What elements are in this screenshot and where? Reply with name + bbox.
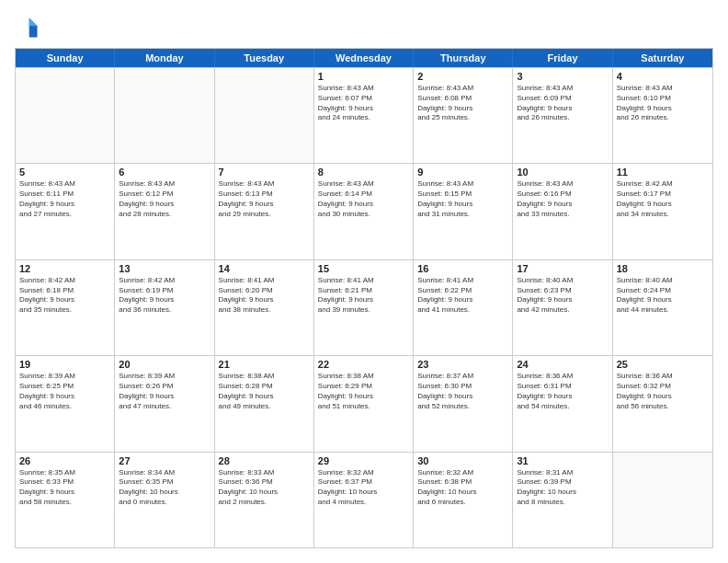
day-cell-6: 6Sunrise: 8:43 AM Sunset: 6:12 PM Daylig…: [115, 164, 214, 259]
logo: [15, 15, 44, 40]
day-info: Sunrise: 8:43 AM Sunset: 6:10 PM Dayligh…: [617, 84, 709, 123]
calendar-body: 1Sunrise: 8:43 AM Sunset: 6:07 PM Daylig…: [16, 67, 712, 547]
day-number: 19: [19, 359, 110, 370]
header-day-wednesday: Wednesday: [314, 49, 414, 67]
day-number: 22: [318, 359, 409, 370]
empty-cell: [215, 68, 314, 163]
day-number: 12: [19, 263, 110, 274]
day-number: 16: [417, 263, 508, 274]
day-number: 2: [417, 71, 508, 82]
day-info: Sunrise: 8:43 AM Sunset: 6:07 PM Dayligh…: [318, 84, 409, 123]
day-number: 26: [19, 455, 110, 466]
day-cell-9: 9Sunrise: 8:43 AM Sunset: 6:15 PM Daylig…: [414, 164, 513, 259]
day-cell-16: 16Sunrise: 8:41 AM Sunset: 6:22 PM Dayli…: [414, 260, 513, 355]
day-info: Sunrise: 8:38 AM Sunset: 6:29 PM Dayligh…: [318, 372, 409, 411]
day-info: Sunrise: 8:41 AM Sunset: 6:22 PM Dayligh…: [417, 276, 508, 316]
calendar: SundayMondayTuesdayWednesdayThursdayFrid…: [15, 48, 713, 548]
day-info: Sunrise: 8:43 AM Sunset: 6:14 PM Dayligh…: [318, 179, 409, 219]
day-number: 8: [318, 167, 409, 178]
day-number: 18: [617, 263, 709, 274]
day-info: Sunrise: 8:31 AM Sunset: 6:39 PM Dayligh…: [517, 468, 608, 508]
day-number: 10: [517, 167, 608, 178]
day-cell-11: 11Sunrise: 8:42 AM Sunset: 6:17 PM Dayli…: [613, 164, 712, 259]
day-number: 23: [417, 359, 508, 370]
day-number: 17: [517, 263, 608, 274]
day-info: Sunrise: 8:43 AM Sunset: 6:15 PM Dayligh…: [417, 179, 508, 219]
day-cell-2: 2Sunrise: 8:43 AM Sunset: 6:08 PM Daylig…: [414, 68, 513, 163]
day-cell-17: 17Sunrise: 8:40 AM Sunset: 6:23 PM Dayli…: [513, 260, 612, 355]
day-cell-31: 31Sunrise: 8:31 AM Sunset: 6:39 PM Dayli…: [513, 453, 612, 547]
day-cell-28: 28Sunrise: 8:33 AM Sunset: 6:36 PM Dayli…: [215, 453, 314, 547]
day-cell-25: 25Sunrise: 8:36 AM Sunset: 6:32 PM Dayli…: [613, 356, 712, 451]
header-day-tuesday: Tuesday: [215, 49, 314, 67]
day-cell-19: 19Sunrise: 8:39 AM Sunset: 6:25 PM Dayli…: [16, 356, 115, 451]
empty-cell: [613, 453, 712, 547]
header-day-monday: Monday: [115, 49, 214, 67]
day-info: Sunrise: 8:40 AM Sunset: 6:24 PM Dayligh…: [617, 276, 709, 316]
day-info: Sunrise: 8:43 AM Sunset: 6:11 PM Dayligh…: [19, 179, 110, 219]
day-number: 4: [617, 71, 709, 82]
svg-marker-1: [29, 18, 38, 27]
day-number: 21: [219, 359, 310, 370]
day-cell-13: 13Sunrise: 8:42 AM Sunset: 6:19 PM Dayli…: [115, 260, 214, 355]
day-info: Sunrise: 8:37 AM Sunset: 6:30 PM Dayligh…: [417, 372, 508, 411]
day-info: Sunrise: 8:36 AM Sunset: 6:32 PM Dayligh…: [617, 372, 709, 411]
day-info: Sunrise: 8:43 AM Sunset: 6:12 PM Dayligh…: [119, 179, 210, 219]
day-info: Sunrise: 8:42 AM Sunset: 6:17 PM Dayligh…: [617, 179, 709, 219]
day-info: Sunrise: 8:32 AM Sunset: 6:38 PM Dayligh…: [417, 468, 508, 508]
day-cell-12: 12Sunrise: 8:42 AM Sunset: 6:18 PM Dayli…: [16, 260, 115, 355]
day-number: 30: [417, 455, 508, 466]
day-number: 24: [517, 359, 608, 370]
calendar-week-4: 26Sunrise: 8:35 AM Sunset: 6:33 PM Dayli…: [16, 452, 712, 547]
day-number: 20: [119, 359, 210, 370]
day-cell-22: 22Sunrise: 8:38 AM Sunset: 6:29 PM Dayli…: [314, 356, 414, 451]
day-info: Sunrise: 8:43 AM Sunset: 6:16 PM Dayligh…: [517, 179, 608, 219]
day-info: Sunrise: 8:43 AM Sunset: 6:13 PM Dayligh…: [219, 179, 310, 219]
empty-cell: [16, 68, 115, 163]
day-number: 6: [119, 167, 210, 178]
day-info: Sunrise: 8:34 AM Sunset: 6:35 PM Dayligh…: [119, 468, 210, 508]
day-cell-21: 21Sunrise: 8:38 AM Sunset: 6:28 PM Dayli…: [215, 356, 314, 451]
day-info: Sunrise: 8:43 AM Sunset: 6:08 PM Dayligh…: [417, 84, 508, 123]
day-cell-7: 7Sunrise: 8:43 AM Sunset: 6:13 PM Daylig…: [215, 164, 314, 259]
header-day-thursday: Thursday: [414, 49, 513, 67]
day-info: Sunrise: 8:42 AM Sunset: 6:19 PM Dayligh…: [119, 276, 210, 316]
day-number: 3: [517, 71, 608, 82]
day-number: 15: [318, 263, 409, 274]
day-cell-8: 8Sunrise: 8:43 AM Sunset: 6:14 PM Daylig…: [314, 164, 414, 259]
calendar-week-2: 12Sunrise: 8:42 AM Sunset: 6:18 PM Dayli…: [16, 259, 712, 355]
day-number: 11: [617, 167, 709, 178]
day-cell-4: 4Sunrise: 8:43 AM Sunset: 6:10 PM Daylig…: [613, 68, 712, 163]
day-number: 13: [119, 263, 210, 274]
day-cell-5: 5Sunrise: 8:43 AM Sunset: 6:11 PM Daylig…: [16, 164, 115, 259]
day-cell-14: 14Sunrise: 8:41 AM Sunset: 6:20 PM Dayli…: [215, 260, 314, 355]
day-info: Sunrise: 8:39 AM Sunset: 6:25 PM Dayligh…: [19, 372, 110, 411]
day-info: Sunrise: 8:33 AM Sunset: 6:36 PM Dayligh…: [219, 468, 310, 508]
header: [15, 15, 713, 40]
day-cell-18: 18Sunrise: 8:40 AM Sunset: 6:24 PM Dayli…: [613, 260, 712, 355]
day-info: Sunrise: 8:41 AM Sunset: 6:20 PM Dayligh…: [219, 276, 310, 316]
day-info: Sunrise: 8:38 AM Sunset: 6:28 PM Dayligh…: [219, 372, 310, 411]
day-cell-30: 30Sunrise: 8:32 AM Sunset: 6:38 PM Dayli…: [414, 453, 513, 547]
day-number: 31: [517, 455, 608, 466]
day-cell-27: 27Sunrise: 8:34 AM Sunset: 6:35 PM Dayli…: [115, 453, 214, 547]
calendar-week-1: 5Sunrise: 8:43 AM Sunset: 6:11 PM Daylig…: [16, 163, 712, 259]
day-number: 1: [318, 71, 409, 82]
day-cell-23: 23Sunrise: 8:37 AM Sunset: 6:30 PM Dayli…: [414, 356, 513, 451]
day-cell-1: 1Sunrise: 8:43 AM Sunset: 6:07 PM Daylig…: [314, 68, 414, 163]
day-cell-10: 10Sunrise: 8:43 AM Sunset: 6:16 PM Dayli…: [513, 164, 612, 259]
day-cell-24: 24Sunrise: 8:36 AM Sunset: 6:31 PM Dayli…: [513, 356, 612, 451]
day-number: 5: [19, 167, 110, 178]
calendar-week-3: 19Sunrise: 8:39 AM Sunset: 6:25 PM Dayli…: [16, 355, 712, 451]
day-number: 14: [219, 263, 310, 274]
page: SundayMondayTuesdayWednesdayThursdayFrid…: [0, 0, 728, 563]
header-day-saturday: Saturday: [613, 49, 712, 67]
day-cell-20: 20Sunrise: 8:39 AM Sunset: 6:26 PM Dayli…: [115, 356, 214, 451]
header-day-friday: Friday: [513, 49, 612, 67]
day-info: Sunrise: 8:32 AM Sunset: 6:37 PM Dayligh…: [318, 468, 409, 508]
day-cell-29: 29Sunrise: 8:32 AM Sunset: 6:37 PM Dayli…: [314, 453, 414, 547]
day-cell-26: 26Sunrise: 8:35 AM Sunset: 6:33 PM Dayli…: [16, 453, 115, 547]
calendar-header: SundayMondayTuesdayWednesdayThursdayFrid…: [16, 49, 712, 67]
day-cell-15: 15Sunrise: 8:41 AM Sunset: 6:21 PM Dayli…: [314, 260, 414, 355]
header-day-sunday: Sunday: [16, 49, 115, 67]
